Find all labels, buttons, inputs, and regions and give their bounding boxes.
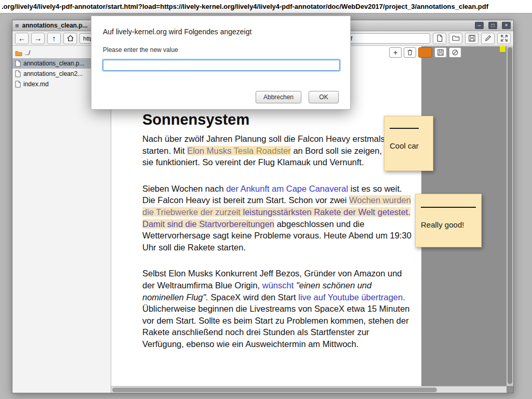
trash-icon (406, 49, 414, 56)
note-underline (421, 207, 476, 208)
text-segment-link[interactable]: der Ankunft am Cape Canaveral (226, 184, 348, 193)
dialog-buttons: Abbrechen OK (256, 91, 339, 103)
yellow-marker[interactable] (500, 46, 506, 52)
vertical-scrollbar (507, 46, 513, 386)
text-segment-hl-link[interactable]: leistungsstärksten Rakete der Welt getes… (243, 207, 411, 217)
fullscreen-button[interactable] (497, 33, 511, 44)
open-folder-button[interactable] (449, 33, 462, 44)
dialog-message: Please enter the new value (103, 46, 339, 54)
screen: .org/lively4/lively4-pdf-annotator/start… (0, 0, 532, 399)
note-text: Really good! (421, 220, 476, 229)
browser-url-text: .org/lively4/lively4-pdf-annotator/start… (2, 3, 488, 10)
pdf-paragraph: Selbst Elon Musks Konkurrent Jeff Bezos,… (142, 268, 412, 350)
close-button[interactable]: × (502, 22, 511, 29)
browser-url-bar[interactable]: .org/lively4/lively4-pdf-annotator/start… (0, 0, 532, 14)
note-text: Cool car (390, 141, 428, 150)
maximize-button[interactable]: □ (488, 22, 497, 29)
text-segment: Sieben Wochen nach (142, 184, 226, 193)
file-label: index.md (23, 81, 49, 88)
document-icon (436, 34, 444, 42)
home-icon (66, 34, 74, 42)
pdf-paragraph: Sieben Wochen nach der Ankunft am Cape C… (142, 183, 412, 254)
file-icon (15, 81, 21, 88)
pencil-icon (484, 34, 492, 42)
file-label: ../ (25, 49, 30, 57)
file-icon (15, 60, 21, 67)
pdf-paragraph: Nach über zwölf Jahren Planung soll die … (142, 133, 412, 168)
fullscreen-icon (500, 34, 508, 42)
save-icon (437, 49, 444, 56)
forward-button[interactable]: → (31, 33, 45, 44)
folder-icon (15, 50, 22, 56)
new-document-button[interactable] (433, 33, 446, 44)
back-button[interactable]: ← (15, 33, 29, 44)
folder-icon (452, 34, 460, 42)
file-label: annotations_clean2... (23, 70, 83, 77)
horizontal-scrollbar (111, 386, 507, 393)
cancel-button[interactable]: Abbrechen (256, 91, 301, 103)
delete-annotation-button[interactable] (404, 47, 416, 58)
text-segment-hl[interactable]: Elon Musks (187, 146, 234, 155)
cancel-icon (451, 49, 459, 56)
up-button[interactable]: ↑ (47, 33, 61, 44)
file-icon (15, 70, 21, 77)
file-label: annotations_clean.p... (23, 60, 84, 67)
horizontal-scrollbar-thumb[interactable] (112, 388, 437, 392)
text-segment-link[interactable]: wünscht (262, 281, 294, 290)
dialog-input[interactable] (103, 60, 340, 71)
save-icon (468, 34, 476, 42)
text-segment: SpaceX wird den Start (208, 292, 298, 302)
menu-icon[interactable]: ≡ (15, 22, 19, 30)
text-segment: Üblicherweise beginnen die Livestreams v… (142, 304, 410, 349)
sticky-note[interactable]: Really good! (415, 194, 482, 247)
pdf-heading-line2: Sonnensystem (142, 111, 412, 128)
text-segment-hl-link[interactable]: Damit sind die Startvorbereitungen (142, 219, 274, 229)
prompt-dialog: Auf lively-kernel.org wird Folgendes ang… (91, 16, 351, 110)
dialog-title: Auf lively-kernel.org wird Folgendes ang… (103, 28, 339, 36)
save-button[interactable] (465, 33, 478, 44)
vertical-scrollbar-thumb[interactable] (508, 47, 512, 384)
annotation-toolbar: + (389, 47, 461, 58)
add-annotation-button[interactable]: + (389, 47, 402, 58)
save-annotations-button[interactable] (434, 47, 447, 58)
highlight-color-swatch[interactable] (418, 47, 432, 58)
note-underline (390, 128, 419, 129)
text-segment-link[interactable]: live auf Youtube übertragen. (298, 292, 405, 302)
sticky-note[interactable]: Cool car (384, 116, 433, 171)
ok-button[interactable]: OK (309, 91, 339, 103)
cancel-annotation-button[interactable] (449, 47, 461, 58)
home-button[interactable] (63, 33, 77, 44)
minimize-button[interactable]: – (475, 22, 484, 29)
text-segment-hl-olive[interactable]: Tesla Roadster (234, 146, 291, 155)
edit-button[interactable] (481, 33, 495, 44)
